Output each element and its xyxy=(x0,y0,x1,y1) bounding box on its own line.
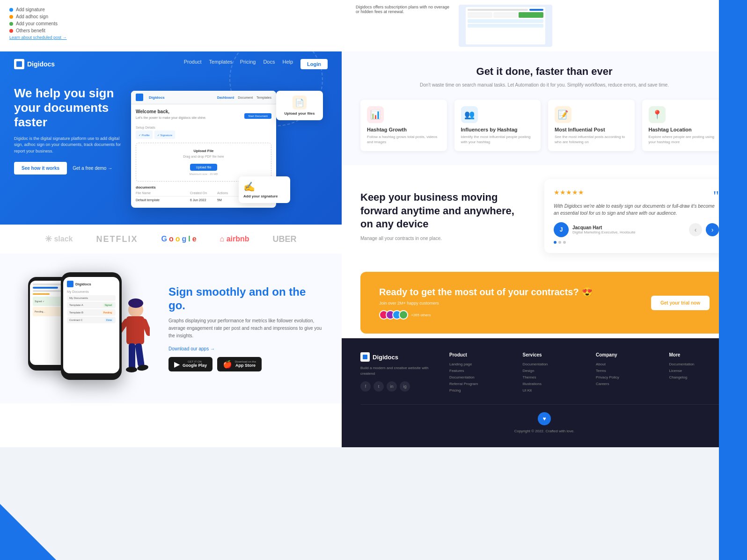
feature-card-4: 📍 Hashtag Location Explore where people … xyxy=(642,100,729,151)
footer-landing-page[interactable]: Landing page xyxy=(449,362,509,366)
phone-doc-1: My Documents xyxy=(67,295,116,301)
logo-icon xyxy=(14,59,24,69)
cta-wrapper: Ready to get the most out of your contra… xyxy=(342,267,747,338)
testimonial-text: With Digidocs we're able to easily sign … xyxy=(554,203,719,217)
cta-button[interactable]: Get your trial now xyxy=(651,296,710,310)
nav-arrows: ‹ › xyxy=(689,223,719,236)
facebook-icon[interactable]: f xyxy=(360,381,371,392)
upload-file-button[interactable]: Upload file xyxy=(190,164,217,171)
subscription-text: Digidocs offers subscription plans with … xyxy=(356,5,449,14)
cta-title: Ready to get the most out of your contra… xyxy=(379,286,593,298)
upload-card-title: Upload your files xyxy=(281,111,318,116)
footer-about[interactable]: About xyxy=(596,362,655,366)
instagram-icon[interactable]: ig xyxy=(400,381,410,392)
download-apps-link[interactable]: Download our apps → xyxy=(168,346,323,351)
right-side: Get it done, faster than ever Don't wast… xyxy=(342,51,747,447)
dot-1 xyxy=(554,241,557,244)
footer-logo: Digidocs xyxy=(360,352,435,362)
logo: Digidocs xyxy=(14,59,55,69)
footer-illustrations[interactable]: Illustrations xyxy=(523,382,582,386)
phone-doc-4: Contract C Done xyxy=(67,317,116,323)
footer-company-title: Company xyxy=(596,352,655,357)
social-icons: f t in ig xyxy=(360,381,435,392)
feature-cards: 📊 Hashtag Growth Follow a hashtag grows … xyxy=(360,100,728,151)
testimonial-stars: ★★★★★ xyxy=(554,189,584,196)
twitter-icon[interactable]: t xyxy=(374,381,384,392)
prev-arrow[interactable]: ‹ xyxy=(689,223,702,236)
hero-text: We help you sign your documents faster D… xyxy=(14,86,122,175)
cta-subtitle: Join over 2M+ happy customers xyxy=(379,301,593,305)
hero-content: We help you sign your documents faster D… xyxy=(0,77,342,222)
hashtag-growth-icon: 📊 xyxy=(367,106,384,123)
mockup-nav-templates: Templates xyxy=(256,96,271,99)
mockup-header: Digidocs Dashboard Document Templates xyxy=(131,91,276,104)
next-arrow[interactable]: › xyxy=(706,223,719,236)
feature-card-3: 📝 Most Influential Post See the most inf… xyxy=(548,100,635,151)
setup-label: Setup Details xyxy=(136,126,271,129)
my-docs-label: My Documents xyxy=(67,290,116,293)
cta-users: +265 others xyxy=(379,310,593,320)
upload-box: Upload File Drag and drop PDF file here … xyxy=(136,143,271,182)
drag-drop-text: Drag and drop PDF file here xyxy=(142,155,265,158)
footer-product-col: Product Landing page Features Documentat… xyxy=(449,352,509,395)
footer-services-doc[interactable]: Documentation xyxy=(523,362,582,366)
footer-brand: Digidocs Build a modern and creative web… xyxy=(360,352,435,395)
slack-asterisk-icon: ✳ xyxy=(45,234,52,244)
mobile-title: Sign smoothly and on the go. xyxy=(168,285,323,313)
phone-doc-3: Template B Pending xyxy=(67,309,116,316)
mockup-welcome: Welcome back, xyxy=(136,109,206,114)
footer-referral[interactable]: Referral Program xyxy=(449,382,509,386)
footer-bottom: ♥ Copyright © 2022. Crafted with love. xyxy=(360,404,728,433)
app-mockup: 📄 Upload your files ✍️ Add your signatur… xyxy=(131,86,328,208)
feature-add-signature: Add signature xyxy=(9,7,332,12)
mockup-nav-dashboard: Dashboard xyxy=(217,96,234,99)
svg-rect-6 xyxy=(135,343,145,367)
hashtag-growth-title: Hashtag Growth xyxy=(367,127,440,132)
mockup-start-btn[interactable]: Start Document xyxy=(244,113,271,119)
get-done-subtitle: Don't waste time on search manual tasks.… xyxy=(360,81,728,88)
svg-line-4 xyxy=(144,321,149,333)
footer-features[interactable]: Features xyxy=(449,369,509,373)
free-demo-link[interactable]: Get a free demo → xyxy=(73,166,112,171)
get-done-section: Get it done, faster than ever Don't wast… xyxy=(342,51,747,165)
author-role: Digital Marketing Executive, Hootsuite xyxy=(572,230,636,234)
author-name: Jacquan Hart xyxy=(572,225,636,230)
footer-privacy[interactable]: Privacy Policy xyxy=(596,375,655,379)
max-size-text: Maximum size : 20 MB xyxy=(142,173,265,175)
footer-design[interactable]: Design xyxy=(523,369,582,373)
see-how-button[interactable]: See how it works xyxy=(14,162,67,175)
mobile-description: Graphs displaying your performance for m… xyxy=(168,317,323,340)
footer-ui-kit[interactable]: UI Kit xyxy=(523,388,582,393)
app-store-button[interactable]: 🍎 Download on the App Store xyxy=(217,357,262,371)
sig-icon: ✍️ xyxy=(243,181,286,192)
hero-title: We help you sign your documents faster xyxy=(14,86,122,130)
apple-icon: 🍎 xyxy=(223,360,232,369)
nav-product[interactable]: Product xyxy=(184,59,202,69)
footer-themes[interactable]: Themes xyxy=(523,375,582,379)
footer-pricing[interactable]: Pricing xyxy=(449,388,509,393)
business-text: Keep your business moving forward anytim… xyxy=(360,191,526,242)
nav-templates[interactable]: Templates xyxy=(209,59,233,69)
business-title: Keep your business moving forward anytim… xyxy=(360,191,526,231)
influencers-icon: 👥 xyxy=(461,106,478,123)
hashtag-location-desc: Explore where people are posting using y… xyxy=(649,134,722,145)
footer-top: Digidocs Build a modern and creative web… xyxy=(360,352,728,395)
slack-logo: ✳ slack xyxy=(45,234,73,244)
right-blue-accent xyxy=(719,0,747,560)
google-play-button[interactable]: ▶ GET IT ON Google Play xyxy=(168,357,212,371)
footer-documentation[interactable]: Documentation xyxy=(449,375,509,379)
mockup-nav-document: Document xyxy=(238,96,253,99)
footer-careers[interactable]: Careers xyxy=(596,382,655,386)
linkedin-icon[interactable]: in xyxy=(387,381,397,392)
footer-company-col: Company About Terms Privacy Policy Caree… xyxy=(596,352,655,395)
mobile-section: Signed ✓ Pending... Digidocs My Document… xyxy=(0,254,342,403)
uber-logo: UBER xyxy=(273,234,297,244)
learn-more-link[interactable]: Learn about scheduled post → xyxy=(9,35,332,40)
footer-brand-desc: Build a modern and creative website with… xyxy=(360,365,435,377)
upload-icon: 📄 xyxy=(293,95,307,109)
footer-terms[interactable]: Terms xyxy=(596,369,655,373)
influencers-desc: Identify the most influential people pos… xyxy=(461,134,535,145)
laptop-image xyxy=(459,5,552,47)
influential-post-desc: See the most influential posts according… xyxy=(555,134,628,145)
mobile-text: Sign smoothly and on the go. Graphs disp… xyxy=(168,285,323,371)
